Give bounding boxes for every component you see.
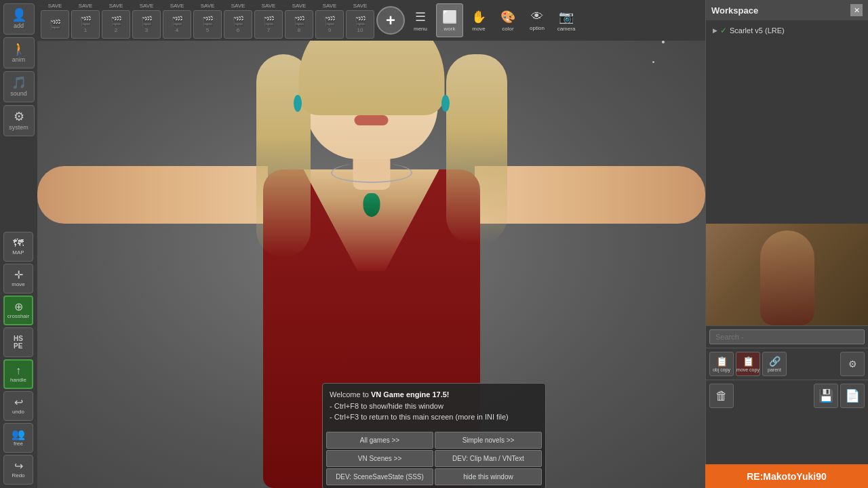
scene-button-6[interactable]: 🎬 6 xyxy=(224,10,252,39)
move-button[interactable]: ✛ move xyxy=(3,264,33,293)
film-icon-3: 🎬 xyxy=(141,16,153,26)
necklace xyxy=(331,163,412,183)
scene-num-9: 9 xyxy=(328,27,331,33)
sidebar-item-add[interactable]: 👤 add xyxy=(3,3,35,35)
camera-icon: 📷 xyxy=(559,9,574,24)
scene-button-3[interactable]: 🎬 3 xyxy=(132,10,161,39)
scene-num-7: 7 xyxy=(267,27,270,33)
scene-button-7[interactable]: 🎬 7 xyxy=(254,10,283,39)
film-icon-5: 🎬 xyxy=(202,16,214,26)
tool-move[interactable]: ✋ move xyxy=(465,3,492,37)
redo-button[interactable]: ↪ Redo xyxy=(3,455,33,485)
scene-num-5: 5 xyxy=(206,27,209,33)
scene-num-3: 3 xyxy=(145,27,148,33)
delete-icon: 🗑 xyxy=(715,389,728,403)
redo-label: Redo xyxy=(12,472,24,479)
simple-novels-button[interactable]: Simple novels >> xyxy=(435,432,542,449)
save-file-button[interactable]: 💾 xyxy=(814,384,838,408)
add-scene-button[interactable]: + xyxy=(376,6,405,35)
hs-pe-button[interactable]: HSPE xyxy=(3,327,33,357)
save-label-4: SAVE xyxy=(170,3,184,9)
bottom-badge-text: RE:MakotoYuki90 xyxy=(747,471,826,482)
save-label-5: SAVE xyxy=(201,3,215,9)
work-label: work xyxy=(444,26,456,32)
save-label-0: SAVE xyxy=(48,3,62,9)
sidebar-item-anim[interactable]: 🚶 anim xyxy=(3,37,35,68)
sparkle2 xyxy=(662,41,665,43)
scene-button-1[interactable]: 🎬 1 xyxy=(71,10,100,39)
handle-button[interactable]: ↑ handle xyxy=(3,359,33,389)
tool-option[interactable]: 👁 option xyxy=(524,3,551,37)
save-label-10: SAVE xyxy=(353,3,368,9)
scene-save-button[interactable]: DEV: SceneSaveState (SSS) xyxy=(326,468,433,485)
save-label-1: SAVE xyxy=(79,3,93,9)
scene-button-2[interactable]: 🎬 2 xyxy=(102,10,130,39)
scene-btn-group-8: SAVE 🎬 8 xyxy=(285,3,313,39)
tool-work[interactable]: ⬜ work xyxy=(436,3,463,37)
sound-icon: 🎵 xyxy=(12,77,26,89)
welcome-text: Welcome to VN Game engine 17.5! xyxy=(330,390,449,399)
scene-button-5[interactable]: 🎬 5 xyxy=(193,10,222,39)
scene-btn-group-6: SAVE 🎬 6 xyxy=(224,3,252,39)
hide-window-button[interactable]: hide this window xyxy=(435,468,542,485)
map-button[interactable]: 🗺 MAP xyxy=(3,232,33,262)
work-icon: ⬜ xyxy=(442,9,457,24)
menu-label: menu xyxy=(414,26,427,32)
info-dialog-buttons: All games >> Simple novels >> VN Scenes … xyxy=(323,428,545,489)
system-icon: ⚙ xyxy=(14,110,24,123)
scene-button-9[interactable]: 🎬 9 xyxy=(315,10,344,39)
sidebar-item-sound[interactable]: 🎵 sound xyxy=(3,71,35,102)
tool-menu[interactable]: ☰ menu xyxy=(407,3,434,37)
scene-num-4: 4 xyxy=(176,27,178,33)
tree-item-label: Scarlet v5 (LRE) xyxy=(730,26,785,35)
parent-button[interactable]: 🔗 parent xyxy=(762,352,787,376)
clip-man-button[interactable]: DEV: Clip Man / VNText xyxy=(435,450,542,467)
settings-button[interactable]: ⚙ xyxy=(840,352,865,376)
move-copy-button[interactable]: 📋 move copy xyxy=(736,352,760,376)
workspace-actions: 📋 obj copy 📋 move copy 🔗 parent ⚙ xyxy=(706,348,868,380)
move-icon: ✋ xyxy=(471,9,486,24)
earring-left xyxy=(294,95,302,112)
film-icon-9: 🎬 xyxy=(324,16,336,26)
info-dialog-header: Welcome to VN Game engine 17.5! - Ctrl+F… xyxy=(323,384,545,428)
tool-camera[interactable]: 📷 camera xyxy=(553,3,580,37)
obj-copy-button[interactable]: 📋 obj copy xyxy=(709,352,734,376)
scene-btn-group-10: SAVE 🎬 10 xyxy=(346,3,374,39)
color-label: color xyxy=(502,26,513,32)
workspace-preview-image xyxy=(706,224,868,325)
film-icon-2: 🎬 xyxy=(111,16,122,26)
film-icon-7: 🎬 xyxy=(263,16,275,26)
scene-button-8[interactable]: 🎬 8 xyxy=(285,10,313,39)
crosshair-button[interactable]: ⊕ crosshair xyxy=(3,296,33,325)
sidebar-item-system[interactable]: ⚙ system xyxy=(3,105,35,136)
menu-icon: ☰ xyxy=(415,9,426,24)
scene-num-10: 10 xyxy=(357,27,363,33)
scene-btn-group-3: SAVE 🎬 3 xyxy=(132,3,161,39)
scene-btn-group-7: SAVE 🎬 7 xyxy=(254,3,283,39)
save-label-7: SAVE xyxy=(262,3,276,9)
app-name: VN Game engine 17.5! xyxy=(371,390,450,399)
export-button[interactable]: 📄 xyxy=(840,384,865,408)
crosshair-label: crosshair xyxy=(7,313,29,319)
scene-button-10[interactable]: 🎬 10 xyxy=(346,10,374,39)
undo-button[interactable]: ↩ undo xyxy=(3,391,33,421)
anim-icon: 🚶 xyxy=(12,43,26,55)
search-input[interactable] xyxy=(709,329,865,344)
tool-color[interactable]: 🎨 color xyxy=(494,3,521,37)
workspace-close-button[interactable]: ✕ xyxy=(850,4,863,16)
tree-item-scarlet[interactable]: ▶ ✓ Scarlet v5 (LRE) xyxy=(709,24,865,37)
workspace-title: Workspace xyxy=(711,5,758,16)
save-label-3: SAVE xyxy=(140,3,154,9)
film-icon-4: 🎬 xyxy=(172,16,183,26)
info-line-2: - Ctrl+F3 to return to this main screen … xyxy=(330,413,509,421)
move-btn-label: move xyxy=(12,281,25,287)
vn-scenes-button[interactable]: VN Scenes >> xyxy=(326,450,433,467)
all-games-button[interactable]: All games >> xyxy=(326,432,433,449)
scene-button-0[interactable]: 🎬 xyxy=(41,10,69,39)
free-button[interactable]: 👥 free xyxy=(3,423,33,453)
scene-num-8: 8 xyxy=(298,27,300,33)
sidebar-add-label: add xyxy=(14,22,24,29)
delete-button[interactable]: 🗑 xyxy=(709,384,734,408)
scene-num-6: 6 xyxy=(237,27,239,33)
scene-button-4[interactable]: 🎬 4 xyxy=(163,10,191,39)
